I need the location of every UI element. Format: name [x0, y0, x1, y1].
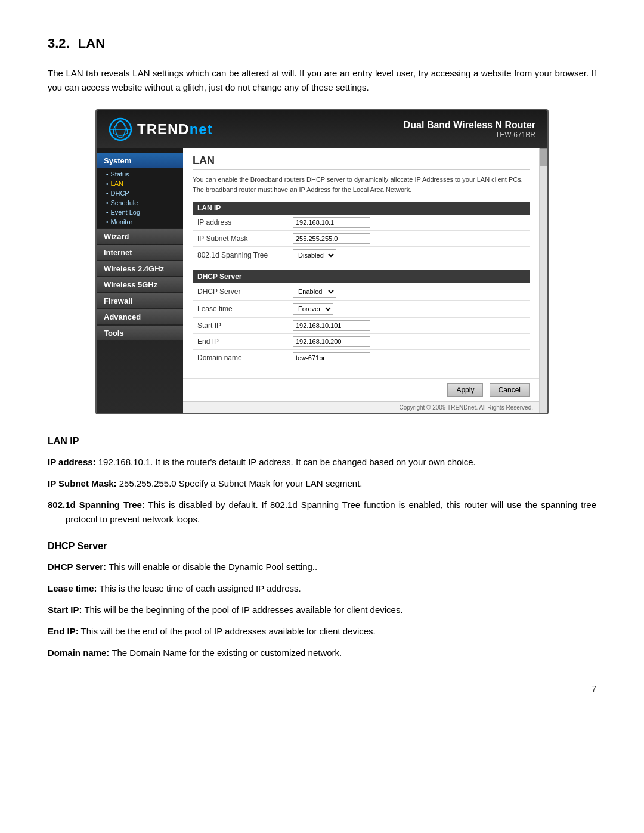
- sidebar-section-firewall: Firewall: [97, 293, 183, 308]
- lan-ip-text-2: This is disabled by default. If 802.1d S…: [66, 500, 596, 524]
- dhcp-value-1[interactable]: Forever 1 Hour 1 Day 1 Week: [288, 301, 530, 318]
- intro-text: The LAN tab reveals LAN settings which c…: [48, 66, 596, 95]
- trendnet-logo-icon: [109, 117, 132, 141]
- sidebar-section-system: System Status LAN DHCP Schedule Event Lo…: [97, 153, 183, 228]
- sidebar-item-tools[interactable]: Tools: [97, 326, 183, 340]
- router-product-name: Dual Band Wireless N Router: [404, 120, 535, 131]
- dhcp-doc-heading: DHCP Server: [48, 541, 596, 552]
- dhcp-value-2[interactable]: [288, 318, 530, 334]
- sidebar-item-wireless5[interactable]: Wireless 5GHz: [97, 277, 183, 292]
- dhcp-row-0: DHCP Server Enabled Disabled: [193, 283, 530, 301]
- router-footer-buttons: Apply Cancel: [183, 378, 539, 401]
- lan-ip-label-0: IP address: [193, 215, 288, 231]
- router-main-wrapper: LAN You can enable the Broadband routers…: [183, 148, 547, 413]
- sidebar-section-tools: Tools: [97, 326, 183, 340]
- sidebar-subitem-schedule[interactable]: Schedule: [97, 198, 183, 208]
- scrollbar-thumb[interactable]: [540, 148, 547, 166]
- dhcp-row-4: Domain name: [193, 350, 530, 366]
- sidebar-item-firewall[interactable]: Firewall: [97, 293, 183, 308]
- section-name: LAN: [78, 36, 105, 51]
- sidebar-item-internet[interactable]: Internet: [97, 245, 183, 260]
- page-title: LAN: [193, 154, 530, 170]
- dhcp-label-bold-1: Lease time:: [48, 583, 97, 593]
- sidebar-subitem-lan[interactable]: LAN: [97, 179, 183, 188]
- lan-ip-table: IP address IP Subnet Mask 802.1d Spannin…: [193, 215, 530, 264]
- dhcp-text-1: This is the lease time of each assigned …: [99, 583, 301, 593]
- spanning-tree-select[interactable]: Disabled Enabled: [293, 249, 336, 261]
- lan-ip-label-bold-2: 802.1d Spanning Tree:: [48, 500, 145, 510]
- dhcp-section-header: DHCP Server: [193, 270, 530, 283]
- sidebar-section-wireless5: Wireless 5GHz: [97, 277, 183, 292]
- lan-ip-value-0[interactable]: [288, 215, 530, 231]
- dhcp-doc-item-2: Start IP: This will be the beginning of …: [48, 603, 596, 617]
- dhcp-server-select[interactable]: Enabled Disabled: [293, 286, 336, 298]
- lease-time-select[interactable]: Forever 1 Hour 1 Day 1 Week: [293, 303, 333, 315]
- end-ip-input[interactable]: [293, 336, 370, 347]
- apply-button[interactable]: Apply: [447, 383, 483, 397]
- dhcp-doc-item-3: End IP: This will be the end of the pool…: [48, 624, 596, 639]
- dhcp-label-bold-4: Domain name:: [48, 648, 109, 658]
- lan-ip-row-0: IP address: [193, 215, 530, 231]
- dhcp-table: DHCP Server Enabled Disabled Lease time: [193, 283, 530, 366]
- router-copyright: Copyright © 2009 TRENDnet. All Rights Re…: [183, 401, 539, 413]
- subnet-mask-input[interactable]: [293, 233, 370, 244]
- sidebar-section-wireless24: Wireless 2.4GHz: [97, 261, 183, 276]
- dhcp-text-3: This will be the end of the pool of IP a…: [81, 626, 376, 636]
- page-description: You can enable the Broadband routers DHC…: [193, 175, 530, 194]
- sidebar-subitem-monitor[interactable]: Monitor: [97, 217, 183, 227]
- logo-text: TRENDnet: [137, 121, 213, 138]
- lan-ip-row-2: 802.1d Spanning Tree Disabled Enabled: [193, 247, 530, 264]
- section-title: 3.2. LAN: [48, 36, 596, 55]
- dhcp-label-bold-3: End IP:: [48, 626, 79, 636]
- page-number: 7: [48, 684, 596, 693]
- dhcp-label-3: End IP: [193, 334, 288, 350]
- sidebar-item-system[interactable]: System: [97, 153, 183, 168]
- sidebar-system-subitems: Status LAN DHCP Schedule Event Log Monit…: [97, 168, 183, 228]
- dhcp-doc-item-1: Lease time: This is the lease time of ea…: [48, 581, 596, 596]
- sidebar-item-wireless24[interactable]: Wireless 2.4GHz: [97, 261, 183, 276]
- start-ip-input[interactable]: [293, 320, 370, 331]
- router-body: System Status LAN DHCP Schedule Event Lo…: [97, 148, 547, 413]
- dhcp-label-2: Start IP: [193, 318, 288, 334]
- dhcp-doc-section: DHCP Server DHCP Server: This will enabl…: [48, 541, 596, 660]
- dhcp-value-0[interactable]: Enabled Disabled: [288, 283, 530, 301]
- lan-ip-doc-section: LAN IP IP address: 192.168.10.1. It is t…: [48, 436, 596, 527]
- sidebar-section-wizard: Wizard: [97, 229, 183, 244]
- dhcp-label-0: DHCP Server: [193, 283, 288, 301]
- ip-address-input[interactable]: [293, 217, 370, 228]
- cancel-button[interactable]: Cancel: [490, 383, 530, 397]
- dhcp-label-bold-0: DHCP Server:: [48, 562, 106, 572]
- dhcp-value-3[interactable]: [288, 334, 530, 350]
- sidebar-section-internet: Internet: [97, 245, 183, 260]
- dhcp-value-4[interactable]: [288, 350, 530, 366]
- lan-ip-label-1: IP Subnet Mask: [193, 231, 288, 247]
- sidebar-subitem-eventlog[interactable]: Event Log: [97, 208, 183, 217]
- dhcp-doc-item-0: DHCP Server: This will enable or disable…: [48, 560, 596, 574]
- lan-ip-value-2[interactable]: Disabled Enabled: [288, 247, 530, 264]
- lan-ip-doc-heading: LAN IP: [48, 436, 596, 447]
- dhcp-row-3: End IP: [193, 334, 530, 350]
- lan-ip-label-bold-1: IP Subnet Mask:: [48, 478, 117, 488]
- dhcp-label-1: Lease time: [193, 301, 288, 318]
- sidebar-item-wizard[interactable]: Wizard: [97, 229, 183, 244]
- dhcp-label-4: Domain name: [193, 350, 288, 366]
- router-screenshot: TRENDnet Dual Band Wireless N Router TEW…: [95, 109, 549, 414]
- lan-ip-doc-item-0: IP address: 192.168.10.1. It is the rout…: [48, 455, 596, 469]
- router-scrollbar[interactable]: [539, 148, 547, 413]
- logo-prefix: TREND: [137, 121, 190, 137]
- dhcp-doc-item-4: Domain name: The Domain Name for the exi…: [48, 646, 596, 660]
- sidebar-subitem-dhcp[interactable]: DHCP: [97, 188, 183, 198]
- router-form-area: LAN You can enable the Broadband routers…: [183, 148, 539, 378]
- domain-name-input[interactable]: [293, 352, 370, 363]
- lan-ip-doc-item-2: 802.1d Spanning Tree: This is disabled b…: [48, 498, 596, 527]
- sidebar-subitem-status[interactable]: Status: [97, 169, 183, 179]
- lan-ip-value-1[interactable]: [288, 231, 530, 247]
- router-sidebar: System Status LAN DHCP Schedule Event Lo…: [97, 148, 183, 413]
- sidebar-item-advanced[interactable]: Advanced: [97, 309, 183, 324]
- lan-ip-text-0: 192.168.10.1. It is the router's default…: [98, 457, 476, 467]
- dhcp-label-bold-2: Start IP:: [48, 605, 82, 615]
- router-main-content: LAN You can enable the Broadband routers…: [183, 148, 539, 413]
- logo-suffix: net: [190, 121, 213, 137]
- router-logo: TRENDnet: [109, 117, 213, 141]
- dhcp-text-4: The Domain Name for the existing or cust…: [112, 648, 342, 658]
